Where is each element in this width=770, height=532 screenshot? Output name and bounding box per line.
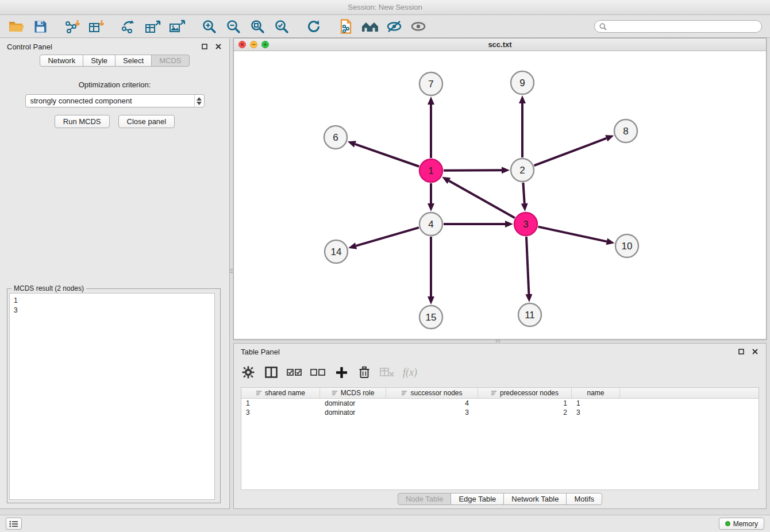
- close-table-panel-icon[interactable]: [751, 348, 759, 356]
- column-header-predecessor-nodes[interactable]: predecessor nodes: [478, 388, 572, 398]
- open-file-button[interactable]: [6, 17, 26, 36]
- tab-network-table[interactable]: Network Table: [503, 493, 567, 505]
- delete-table-icon: [380, 367, 395, 377]
- cell-shared-name[interactable]: 1: [241, 399, 320, 408]
- show-hide-details-button[interactable]: [408, 17, 429, 36]
- cell-mcds-role[interactable]: dominator: [320, 408, 386, 417]
- graph-arrowhead-icon: [502, 167, 510, 174]
- zoom-out-button[interactable]: [223, 17, 244, 36]
- cell-shared-name[interactable]: 3: [241, 408, 320, 417]
- graph-edge-2-8[interactable]: [534, 138, 607, 166]
- column-sort-icon: [491, 390, 497, 396]
- column-header-successor-nodes[interactable]: successor nodes: [386, 388, 478, 398]
- tab-node-table[interactable]: Node Table: [398, 493, 452, 505]
- graph-edge-1-2[interactable]: [444, 170, 502, 171]
- float-panel-icon[interactable]: [201, 43, 209, 51]
- run-mcds-button[interactable]: Run MCDS: [55, 115, 110, 128]
- column-header-shared-name[interactable]: shared name: [241, 388, 320, 398]
- toggle-column-view-button[interactable]: [264, 364, 279, 381]
- zoom-in-icon: [202, 19, 217, 34]
- network-graph[interactable]: 7968124314101511: [234, 51, 766, 339]
- select-all-button[interactable]: [287, 364, 302, 381]
- control-panel-title: Control Panel: [7, 43, 195, 51]
- criterion-dropdown[interactable]: strongly connected component: [25, 94, 205, 107]
- toolbar-search[interactable]: [594, 20, 762, 33]
- hide-selected-button[interactable]: [384, 17, 405, 36]
- apply-layout-button[interactable]: [303, 17, 324, 36]
- columns-icon: [265, 367, 278, 378]
- graph-node-label: 4: [428, 219, 433, 230]
- tab-motifs[interactable]: Motifs: [566, 493, 602, 505]
- column-label: successor nodes: [410, 389, 462, 397]
- graph-node-label: 3: [523, 219, 528, 230]
- tab-select[interactable]: Select: [115, 55, 152, 67]
- first-neighbors-button[interactable]: [360, 17, 380, 36]
- graph-edge-2-3[interactable]: [523, 183, 524, 203]
- cell-predecessor-nodes[interactable]: 1: [478, 399, 572, 408]
- column-header-filler: [620, 388, 759, 398]
- create-column-button[interactable]: [334, 364, 349, 381]
- close-panel-button[interactable]: Close panel: [118, 115, 175, 128]
- graph-edge-3-1[interactable]: [449, 181, 514, 218]
- list-icon: [9, 521, 18, 527]
- tab-edge-table[interactable]: Edge Table: [451, 493, 504, 505]
- minimize-window-icon[interactable]: [250, 41, 257, 48]
- cell-successor-nodes[interactable]: 3: [386, 408, 478, 417]
- export-network-button[interactable]: [118, 17, 139, 36]
- graph-edge-3-11[interactable]: [526, 237, 529, 294]
- column-header-name[interactable]: name: [572, 388, 620, 398]
- zoom-window-icon[interactable]: [261, 41, 269, 48]
- node-table: shared name MCDS role successor nodes pr…: [241, 387, 759, 490]
- close-window-icon[interactable]: [238, 41, 246, 48]
- import-network-button[interactable]: [62, 17, 83, 36]
- delete-table-button-disabled: [380, 364, 395, 381]
- cell-successor-nodes[interactable]: 4: [386, 399, 478, 408]
- save-session-button[interactable]: [30, 17, 51, 36]
- show-panels-button[interactable]: [6, 518, 22, 530]
- zoom-selected-button[interactable]: [271, 17, 292, 36]
- tab-network[interactable]: Network: [40, 55, 83, 67]
- search-icon: [599, 23, 607, 30]
- vertical-splitter-handle[interactable]: [229, 266, 233, 275]
- float-table-panel-icon[interactable]: [737, 348, 745, 356]
- import-table-button[interactable]: [86, 17, 107, 36]
- export-image-button[interactable]: [167, 17, 187, 36]
- graph-edge-1-6[interactable]: [355, 144, 419, 167]
- graph-node-label: 15: [426, 312, 437, 323]
- network-window-titlebar[interactable]: scc.txt: [234, 38, 766, 51]
- export-table-button[interactable]: [143, 17, 163, 36]
- cell-predecessor-nodes[interactable]: 2: [478, 408, 572, 417]
- close-panel-icon[interactable]: [214, 43, 222, 51]
- traffic-lights: [238, 41, 269, 48]
- cell-name[interactable]: 3: [572, 408, 620, 417]
- network-from-file-button[interactable]: [336, 17, 356, 36]
- zoom-in-button[interactable]: [199, 17, 220, 36]
- search-input[interactable]: [610, 22, 757, 31]
- mcds-result-list[interactable]: 1 3: [9, 293, 215, 500]
- graph-arrowhead-icon: [521, 203, 528, 211]
- column-label: predecessor nodes: [500, 389, 559, 397]
- table-settings-button[interactable]: [241, 364, 256, 381]
- graph-arrowhead-icon: [605, 135, 614, 141]
- table-row[interactable]: 3 dominator 3 2 3: [241, 408, 759, 417]
- table-toolbar: f(x): [241, 361, 417, 384]
- zoom-fit-button[interactable]: [247, 17, 268, 36]
- control-panel: Control Panel Network Style Select MCDS …: [0, 38, 230, 509]
- plus-icon: [336, 367, 348, 379]
- table-row[interactable]: 1 dominator 4 1 1: [241, 399, 759, 408]
- column-header-mcds-role[interactable]: MCDS role: [320, 388, 386, 398]
- tab-mcds[interactable]: MCDS: [151, 55, 189, 67]
- network-canvas[interactable]: 7968124314101511: [234, 51, 766, 339]
- graph-node-label: 14: [331, 246, 342, 257]
- graph-arrowhead-icon: [505, 221, 513, 228]
- cell-name[interactable]: 1: [572, 399, 620, 408]
- graph-edge-3-10[interactable]: [538, 227, 607, 242]
- tab-style[interactable]: Style: [83, 55, 116, 67]
- graph-edge-4-14[interactable]: [356, 228, 419, 246]
- memory-button[interactable]: Memory: [719, 518, 764, 530]
- delete-column-button[interactable]: [357, 364, 372, 381]
- deselect-all-button[interactable]: [310, 364, 326, 381]
- horizontal-splitter-handle[interactable]: [493, 339, 502, 343]
- cell-mcds-role[interactable]: dominator: [320, 399, 386, 408]
- export-image-icon: [169, 20, 185, 34]
